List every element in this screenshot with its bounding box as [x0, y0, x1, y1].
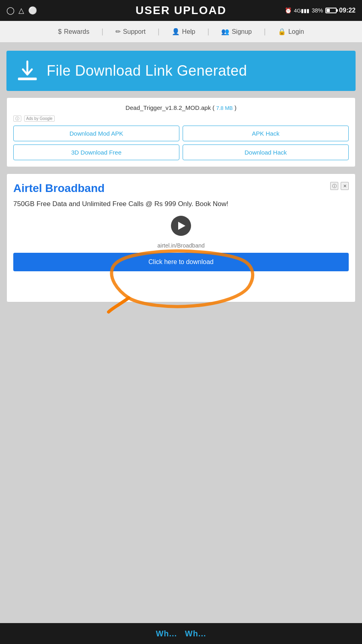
battery-percent: 38% [312, 7, 323, 14]
status-icons-left: ◯ △ ⚪ [6, 6, 37, 15]
ad-title: Airtel Broadband [13, 182, 105, 195]
ads-text: Ads by Google [24, 116, 55, 122]
alarm-icon: ⏰ [285, 7, 292, 14]
ad-box: Airtel Broadband ⓘ ✕ 750GB Free Data and… [6, 173, 356, 302]
signup-label: Signup [232, 28, 252, 35]
whatsapp-icon: ◯ [6, 6, 14, 15]
download-banner-title: File Download Link Generated [47, 62, 247, 79]
signup-icon: 👥 [221, 28, 229, 35]
filename: Dead_Trigger_v1.8.2_MOD.apk [125, 104, 211, 111]
nav-support[interactable]: ✏ Support [115, 27, 146, 36]
login-icon: 🔒 [278, 28, 286, 35]
support-label: Support [123, 28, 146, 35]
support-icon: ✏ [115, 28, 121, 35]
bottom-bar-text: Wh... Wh... [156, 629, 206, 638]
time: 09:22 [339, 7, 356, 14]
nav-sep-3: | [208, 27, 210, 36]
nav-sep-4: | [264, 27, 266, 36]
rewards-label: Rewards [64, 28, 89, 35]
nav-bar: $ Rewards | ✏ Support | 👤 Help | 👥 Signu… [0, 21, 362, 43]
help-icon: 👤 [172, 28, 180, 35]
bottom-bar: Wh... Wh... [0, 623, 362, 644]
signal-icon: 4G▮▮▮ [294, 8, 309, 14]
download-hack-button[interactable]: Download Hack [183, 144, 349, 160]
nav-signup[interactable]: 👥 Signup [221, 27, 252, 36]
ad-body-text: 750GB Free Data and Unlimited Free Calls… [13, 199, 349, 209]
download-mod-apk-button[interactable]: Download Mod APK [13, 126, 179, 141]
play-triangle-icon [178, 222, 185, 230]
nav-help[interactable]: 👤 Help [172, 27, 195, 36]
status-right: ⏰ 4G▮▮▮ 38% 09:22 [285, 7, 356, 14]
filesize: 7.8 MB [216, 105, 233, 111]
warning-icon: △ [19, 6, 24, 15]
play-button[interactable] [171, 216, 191, 236]
download-banner-icon [16, 60, 39, 82]
login-label: Login [288, 28, 304, 35]
ad-url: airtel.in/Broadband [13, 242, 349, 249]
ads-label: ⓘ Ads by Google [13, 116, 349, 122]
ad-controls: ⓘ ✕ [330, 182, 349, 190]
ad-header: Airtel Broadband ⓘ ✕ [13, 182, 349, 195]
nav-login[interactable]: 🔒 Login [278, 27, 304, 36]
ad-info-btn[interactable]: ⓘ [330, 182, 338, 190]
click-here-download-button[interactable]: Click here to download [13, 253, 349, 271]
filesize-paren: ( [212, 104, 216, 111]
nav-rewards[interactable]: $ Rewards [58, 27, 89, 36]
app-title: USER UPLOAD [136, 4, 226, 17]
nav-sep-1: | [101, 27, 103, 36]
file-info-box: Dead_Trigger_v1.8.2_MOD.apk ( 7.8 MB ) ⓘ… [6, 97, 356, 167]
nav-sep-2: | [158, 27, 160, 36]
download-banner: File Download Link Generated [6, 51, 356, 91]
main-content: File Download Link Generated Dead_Trigge… [0, 43, 362, 317]
button-grid: Download Mod APK APK Hack 3D Download Fr… [13, 126, 349, 160]
ad-close-btn[interactable]: ✕ [341, 182, 349, 190]
file-name-row: Dead_Trigger_v1.8.2_MOD.apk ( 7.8 MB ) [13, 104, 349, 111]
svg-rect-0 [18, 78, 37, 80]
filesize-paren-close: ) [234, 104, 237, 111]
help-label: Help [182, 28, 195, 35]
3d-download-free-button[interactable]: 3D Download Free [13, 144, 179, 160]
rewards-icon: $ [58, 28, 62, 35]
apk-hack-button[interactable]: APK Hack [183, 126, 349, 141]
message-icon: ⚪ [28, 6, 37, 15]
status-bar: ◯ △ ⚪ USER UPLOAD ⏰ 4G▮▮▮ 38% 09:22 [0, 0, 362, 21]
battery-icon [325, 8, 337, 13]
ads-info-icon: ⓘ [13, 116, 21, 122]
